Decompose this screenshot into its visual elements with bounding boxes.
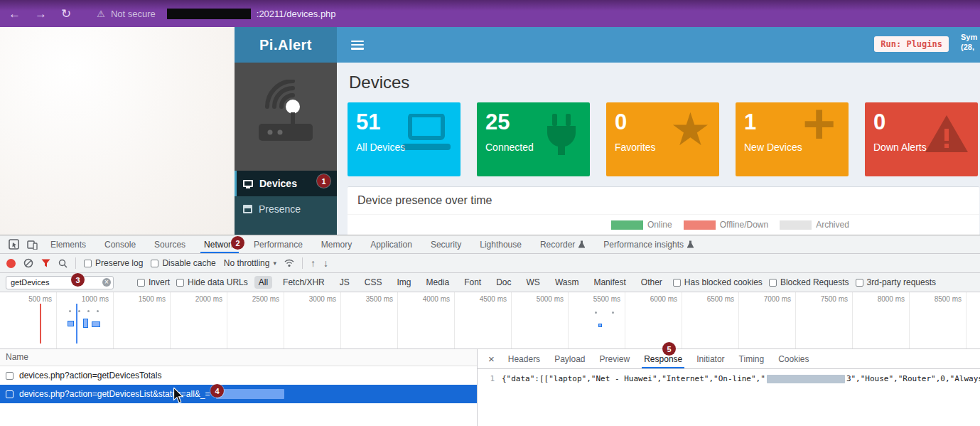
tab-security[interactable]: Security: [421, 235, 470, 253]
request-dot: [69, 310, 71, 312]
filter-type-manifest[interactable]: Manifest: [589, 276, 630, 289]
stats-row: 51 All Devices 25 Connected: [348, 102, 980, 176]
browser-viewport: Pi.Alert De: [0, 27, 980, 235]
page-title: Devices: [349, 73, 980, 92]
sidebar: Pi.Alert De: [235, 27, 337, 235]
step-badge-2: 2: [231, 236, 244, 250]
clear-filter-icon[interactable]: ×: [102, 278, 111, 287]
sidebar-item-presence[interactable]: Presence: [235, 196, 337, 222]
tab-elements[interactable]: Elements: [41, 235, 95, 253]
reload-icon[interactable]: ↻: [61, 8, 71, 20]
tab-sources[interactable]: Sources: [145, 235, 195, 253]
filter-type-all[interactable]: All: [254, 276, 272, 289]
network-conditions-icon[interactable]: [284, 259, 294, 267]
filter-type-font[interactable]: Font: [460, 276, 485, 289]
tab-headers[interactable]: Headers: [501, 349, 547, 368]
timeline-label: 2000 ms: [176, 295, 222, 303]
import-har-icon[interactable]: ↑: [311, 258, 316, 268]
response-json: {"data":[["laptop","Net - Huawei","Inter…: [502, 374, 980, 383]
tab-cookies[interactable]: Cookies: [771, 349, 816, 368]
sidebar-item-label: Devices: [259, 178, 297, 189]
filter-type-css[interactable]: CSS: [360, 276, 387, 289]
request-list-panel: Name devices.php?action=getDevicesTotals…: [0, 349, 478, 426]
checkbox-label: Hide data URLs: [188, 277, 248, 287]
record-button[interactable]: [6, 259, 16, 268]
devtools-tab-bar: Elements Console Sources Network Perform…: [0, 235, 980, 254]
tab-payload[interactable]: Payload: [547, 349, 592, 368]
tab-performance[interactable]: Performance: [244, 235, 312, 253]
request-row-get-devices-list[interactable]: devices.php?action=getDevicesList&status…: [0, 385, 477, 403]
run-plugins-button[interactable]: Run: Plugins: [874, 36, 949, 52]
filter-type-js[interactable]: JS: [335, 276, 354, 289]
redacted-host: [167, 9, 251, 19]
tab-preview[interactable]: Preview: [593, 349, 637, 368]
inspect-element-icon[interactable]: [4, 235, 23, 253]
stat-connected[interactable]: 25 Connected: [477, 102, 590, 176]
tab-lighthouse[interactable]: Lighthouse: [470, 235, 531, 253]
router-logo-image: [235, 63, 337, 171]
filter-type-doc[interactable]: Doc: [492, 276, 515, 289]
tab-application[interactable]: Application: [361, 235, 421, 253]
tab-timing[interactable]: Timing: [732, 349, 772, 368]
blocked-requests-checkbox[interactable]: Blocked Requests: [769, 277, 849, 287]
stat-favorites[interactable]: 0 Favorites ★: [606, 102, 719, 176]
request-dot: [78, 310, 80, 312]
tab-recorder[interactable]: Recorder: [531, 235, 594, 253]
export-har-icon[interactable]: ↓: [323, 258, 328, 268]
browser-toolbar: ← → ↻ ⚠ Not secure :20211/devices.php: [0, 0, 980, 27]
close-icon[interactable]: ×: [482, 349, 501, 368]
disable-cache-checkbox[interactable]: Disable cache: [151, 258, 215, 268]
filter-type-img[interactable]: Img: [392, 276, 415, 289]
url-path: :20211/devices.php: [257, 9, 336, 19]
response-body-view[interactable]: 1 {"data":[["laptop","Net - Huawei","Int…: [478, 369, 980, 426]
timeline-label: 4500 ms: [460, 295, 507, 303]
tab-performance-insights[interactable]: Performance insights: [594, 235, 703, 253]
line-number: 1: [478, 374, 495, 383]
request-row-get-devices-totals[interactable]: devices.php?action=getDevicesTotals: [0, 366, 477, 385]
star-icon: ★: [670, 110, 711, 151]
sidebar-item-label: Presence: [259, 203, 301, 215]
stat-new-devices[interactable]: 1 New Devices +: [736, 102, 849, 176]
address-bar[interactable]: ⚠ Not secure :20211/devices.php: [97, 9, 335, 19]
checkbox-label: Blocked Requests: [780, 277, 849, 287]
tab-console[interactable]: Console: [95, 235, 145, 253]
step-badge-5: 5: [662, 342, 676, 356]
filter-type-media[interactable]: Media: [421, 276, 453, 289]
throttling-select[interactable]: No throttling ▾: [224, 258, 276, 268]
third-party-requests-checkbox[interactable]: 3rd-party requests: [856, 277, 936, 287]
stat-down-alerts[interactable]: 0 Down Alerts: [865, 102, 978, 176]
clear-icon[interactable]: [23, 258, 33, 268]
app-logo[interactable]: Pi.Alert: [235, 27, 337, 63]
timeline-label: 7500 ms: [801, 295, 848, 303]
filter-type-ws[interactable]: WS: [522, 276, 544, 289]
network-filter-input[interactable]: [6, 276, 114, 289]
request-checkbox[interactable]: [6, 390, 14, 398]
request-checkbox[interactable]: [6, 372, 14, 380]
invert-checkbox[interactable]: Invert: [137, 277, 170, 287]
checkbox-label: 3rd-party requests: [867, 277, 936, 287]
user-menu[interactable]: Sym (28,: [961, 32, 980, 52]
hide-data-urls-checkbox[interactable]: Hide data URLs: [176, 277, 248, 287]
warning-triangle-icon: [924, 114, 969, 158]
has-blocked-cookies-checkbox[interactable]: Has blocked cookies: [673, 277, 763, 287]
tab-initiator[interactable]: Initiator: [689, 349, 731, 368]
stat-all-devices[interactable]: 51 All Devices: [348, 102, 461, 176]
tab-memory[interactable]: Memory: [312, 235, 361, 253]
device-toolbar-icon[interactable]: [23, 235, 41, 253]
request-dot: [612, 311, 614, 314]
sidebar-toggle-icon[interactable]: [351, 41, 364, 50]
back-icon[interactable]: ←: [9, 8, 21, 20]
user-line-1: Sym: [961, 32, 980, 42]
search-icon[interactable]: [58, 259, 68, 268]
filter-type-fetch-xhr[interactable]: Fetch/XHR: [279, 276, 329, 289]
filter-icon[interactable]: [41, 259, 50, 267]
archived-swatch: [780, 220, 812, 230]
column-header-name[interactable]: Name: [0, 349, 477, 366]
filter-type-other[interactable]: Other: [637, 276, 667, 289]
load-event-marker: [40, 304, 41, 344]
forward-icon[interactable]: →: [35, 8, 47, 20]
preserve-log-checkbox[interactable]: Preserve log: [84, 258, 143, 268]
network-overview-timeline[interactable]: 500 ms 1000 ms 1500 ms 2000 ms 2500 ms 3…: [0, 292, 980, 349]
filter-type-wasm[interactable]: Wasm: [551, 276, 583, 289]
calendar-icon: [243, 205, 252, 213]
